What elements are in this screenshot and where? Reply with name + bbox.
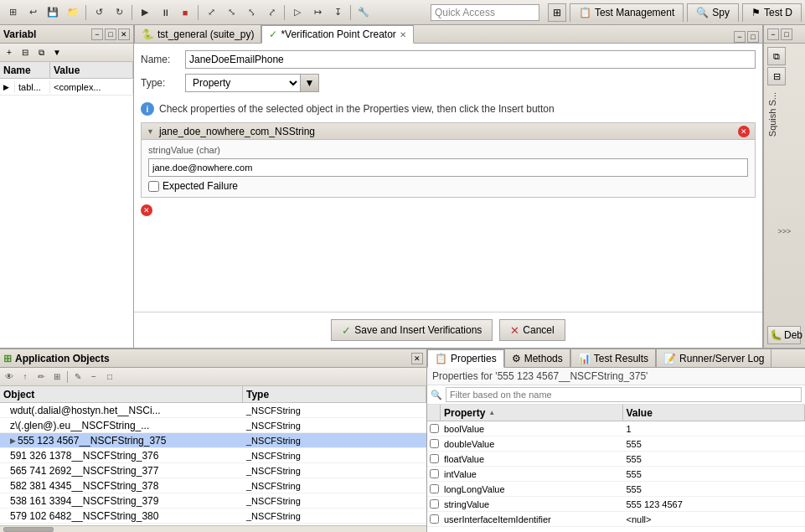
tab-tst-general[interactable]: 🐍 tst_general (suite_py)	[134, 24, 261, 43]
props-row-0[interactable]: boolValue 1	[427, 421, 805, 436]
toolbar-btn-12[interactable]: ↦	[308, 3, 327, 22]
squish-btn-2[interactable]: ⊟	[767, 67, 786, 85]
perspective-switch-btn[interactable]: ⊞	[548, 3, 566, 22]
toolbar-btn-9[interactable]: ⤣	[242, 3, 261, 22]
props-filter-input[interactable]	[446, 387, 802, 402]
toolbar-btn-11[interactable]: ▷	[288, 3, 307, 22]
objects-row-0[interactable]: wdut(.dalial@hostyn.het__NSCi... _NSCFSt…	[0, 403, 426, 418]
ao-toolbar-minimize[interactable]: −	[86, 369, 101, 385]
toolbar-btn-6[interactable]: ↻	[110, 3, 128, 22]
prop-expand-btn[interactable]: ▼	[147, 127, 154, 136]
editor-maximize-btn[interactable]: □	[747, 31, 759, 43]
props-row-1[interactable]: doubleValue 555	[427, 436, 805, 452]
objects-row-2-arrow[interactable]: ▶	[10, 436, 16, 445]
objects-row-6[interactable]: 538 161 3394__NSCFString_379 _NSCFString	[0, 493, 426, 509]
toolbar-btn-stop[interactable]: ■	[176, 3, 194, 22]
objects-row-2-type: _NSCFString	[243, 435, 426, 447]
sep-1	[85, 5, 86, 20]
toolbar-btn-4[interactable]: 📁	[64, 3, 82, 22]
props-row-5-property: stringValue	[441, 498, 623, 510]
tab-test-management[interactable]: 📋 Test Management	[570, 3, 684, 22]
app-objects-close-btn[interactable]: ✕	[411, 353, 423, 364]
name-input[interactable]	[185, 50, 756, 69]
tab-spy[interactable]: 🔍 Spy	[687, 3, 739, 22]
props-row-3[interactable]: intValue 555	[427, 467, 805, 482]
prop-delete-small-btn[interactable]: ✕	[141, 204, 152, 216]
objects-row-4[interactable]: 565 741 2692__NSCFString_377 _NSCFString	[0, 463, 426, 478]
toolbar-btn-5[interactable]: ↺	[90, 3, 108, 22]
log-tab-icon: 📝	[663, 353, 676, 364]
prop-value-input[interactable]	[148, 158, 748, 177]
sort-arrow[interactable]: ▲	[488, 409, 495, 416]
toolbar-btn-run[interactable]: ▶	[136, 3, 154, 22]
squish-maximize-btn[interactable]: □	[781, 28, 792, 40]
props-row-6-checkbox[interactable]	[430, 514, 439, 524]
objects-hscrollbar[interactable]	[0, 525, 426, 532]
squish-btn-1[interactable]: ⧉	[767, 47, 786, 65]
vars-toolbar-add[interactable]: +	[2, 45, 17, 60]
variables-minimize-btn[interactable]: −	[91, 28, 103, 40]
toolbar-btn-13[interactable]: ↧	[328, 3, 347, 22]
objects-row-5[interactable]: 582 381 4345__NSCFString_378 _NSCFString	[0, 478, 426, 493]
objects-row-1[interactable]: z\(.glen@).eu__NSCFString_... _NSCFStrin…	[0, 418, 426, 433]
toolbar-btn-7[interactable]: ⤢	[202, 3, 220, 22]
objects-row-7[interactable]: 579 102 6482__NSCFString_380 _NSCFString	[0, 509, 426, 524]
props-row-6[interactable]: userInterfaceItemIdentifier <null>	[427, 512, 805, 527]
row-expand-arrow[interactable]: ▶	[3, 83, 9, 91]
props-row-5-checkbox[interactable]	[430, 499, 439, 509]
ao-toolbar-up[interactable]: ↑	[18, 369, 33, 385]
ao-toolbar-pick[interactable]: ✏	[34, 369, 49, 385]
type-select[interactable]: Property	[185, 74, 301, 92]
tab-vp-close-btn[interactable]: ✕	[400, 30, 406, 39]
props-row-5[interactable]: stringValue 555 123 4567	[427, 497, 805, 512]
toolbar-btn-2[interactable]: ↩	[23, 3, 42, 22]
objects-row-1-type: _NSCFString	[243, 420, 426, 431]
tab-runner-log[interactable]: 📝 Runner/Server Log	[656, 349, 771, 367]
vars-toolbar-tree[interactable]: ⊟	[18, 45, 33, 60]
expected-failure-row: Expected Failure	[148, 180, 748, 192]
objects-row-3[interactable]: 591 326 1378__NSCFString_376 _NSCFString	[0, 448, 426, 463]
props-row-0-checkbox[interactable]	[430, 424, 439, 433]
ao-toolbar-edit[interactable]: ✎	[70, 369, 85, 385]
vars-toolbar-copy[interactable]: ⧉	[34, 45, 49, 60]
prop-delete-main-btn[interactable]: ✕	[738, 126, 750, 137]
tab-vp-creator[interactable]: ✓ *Verification Point Creator ✕	[261, 25, 413, 44]
debug-btn[interactable]: 🐛 Deb	[767, 326, 801, 344]
ao-toolbar-spy[interactable]: 👁	[2, 369, 17, 385]
type-select-btn[interactable]: ▼	[301, 74, 319, 92]
objects-hscrollbar-thumb[interactable]	[3, 527, 54, 532]
tab-methods[interactable]: ⚙ Methods	[504, 349, 570, 367]
props-row-4-checkbox[interactable]	[430, 484, 439, 493]
expected-failure-checkbox[interactable]	[148, 181, 159, 192]
ao-toolbar-maximize[interactable]: □	[102, 369, 117, 385]
objects-row-2[interactable]: ▶ 555 123 4567__NSCFString_375 _NSCFStri…	[0, 433, 426, 448]
toolbar-btn-pause[interactable]: ⏸	[156, 3, 174, 22]
tab-test-d[interactable]: ⚑ Test D	[742, 3, 802, 22]
variables-maximize-btn[interactable]: □	[105, 28, 116, 40]
toolbar-btn-10[interactable]: ⤤	[262, 3, 281, 22]
sep-3	[198, 5, 199, 20]
vars-toolbar-down[interactable]: ▼	[49, 45, 65, 60]
variables-close-btn[interactable]: ✕	[118, 28, 130, 40]
props-row-3-checkbox[interactable]	[430, 469, 439, 478]
props-row-2-checkbox[interactable]	[430, 454, 439, 463]
editor-minimize-btn[interactable]: −	[734, 31, 746, 43]
save-insert-btn[interactable]: ✓ Save and Insert Verifications	[331, 319, 493, 341]
toolbar-btn-14[interactable]: 🔧	[354, 3, 373, 22]
vars-row-0[interactable]: ▶ tabl... <complex...	[0, 79, 133, 96]
properties-title-text: Properties for '555 123 4567__NSCFString…	[432, 370, 648, 382]
app-objects-icon: ⊞	[3, 353, 12, 364]
ao-toolbar-grid[interactable]: ⊞	[49, 369, 65, 385]
tab-properties[interactable]: 📋 Properties	[427, 349, 504, 368]
props-row-1-checkbox[interactable]	[430, 439, 439, 448]
props-row-4[interactable]: longLongValue 555	[427, 482, 805, 497]
squish-minimize-btn[interactable]: −	[767, 28, 779, 40]
toolbar-btn-1[interactable]: ⊞	[3, 3, 22, 22]
props-row-2[interactable]: floatValue 555	[427, 452, 805, 467]
toolbar-btn-8[interactable]: ⤡	[222, 3, 240, 22]
toolbar-btn-3[interactable]: 💾	[44, 3, 62, 22]
cancel-btn[interactable]: ✕ Cancel	[499, 319, 565, 341]
methods-tab-label: Methods	[524, 353, 563, 364]
tab-test-results[interactable]: 📊 Test Results	[570, 349, 656, 367]
ao-toolbar-sep	[67, 371, 68, 383]
